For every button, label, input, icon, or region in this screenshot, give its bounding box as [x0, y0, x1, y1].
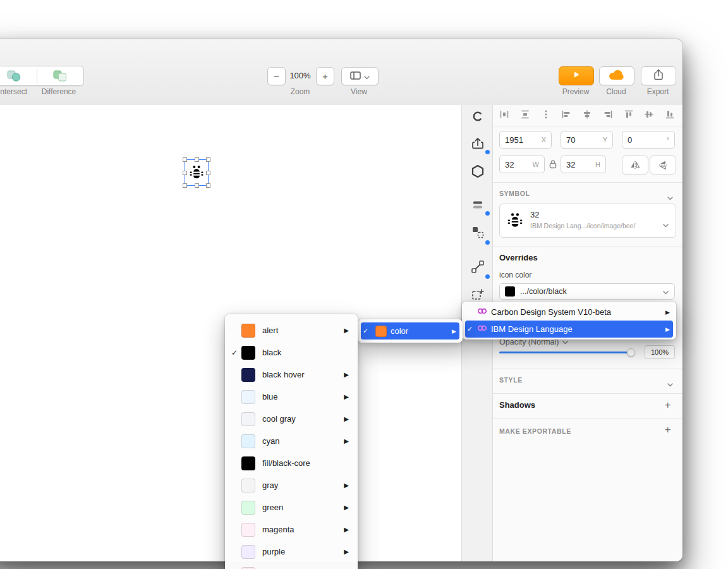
add-export-button[interactable]: +: [665, 425, 670, 435]
rotation-field[interactable]: °: [622, 131, 675, 149]
y-position-field[interactable]: Y: [561, 131, 613, 149]
menu-item-color-option[interactable]: cyan ▶: [225, 430, 358, 452]
hexagon-plugin-icon[interactable]: [462, 164, 494, 178]
menu-item-color-option[interactable]: green ▶: [225, 496, 358, 518]
height-input[interactable]: [561, 160, 595, 169]
selection-handle[interactable]: [206, 171, 210, 175]
chevron-down-icon[interactable]: [667, 378, 673, 389]
height-suffix: H: [595, 161, 605, 168]
vector-edit-icon[interactable]: [462, 259, 494, 274]
color-list-menu: alert ▶ ✓ black black hover ▶ blue ▶ coo…: [225, 314, 358, 569]
x-position-input[interactable]: [500, 135, 542, 145]
color-swatch: [241, 434, 255, 448]
align-right-icon[interactable]: [603, 109, 613, 119]
divider: [493, 247, 682, 247]
menu-item-color-option[interactable]: purple ▶: [225, 541, 358, 563]
selection-handle[interactable]: [195, 157, 199, 162]
zoom-in-button[interactable]: +: [316, 67, 334, 85]
menu-item-label: fill/black-core: [262, 458, 310, 468]
distribute-horizontal-icon[interactable]: [499, 109, 509, 119]
export-button[interactable]: [641, 66, 676, 85]
distribute-vertical-icon[interactable]: [520, 109, 530, 119]
layers-list-icon[interactable]: [462, 199, 494, 211]
menu-item-label: alert: [262, 326, 278, 335]
selection-handle[interactable]: [183, 183, 187, 188]
selection-handle[interactable]: [183, 157, 187, 162]
width-field[interactable]: W: [499, 156, 545, 173]
intersect-icon[interactable]: [6, 70, 21, 85]
menu-item-label: gray: [262, 480, 278, 490]
color-swatch: [241, 324, 255, 338]
play-icon: [572, 70, 581, 82]
overrides-title: Overrides: [499, 253, 538, 262]
width-input[interactable]: [500, 160, 533, 169]
menu-item-color-option[interactable]: ✓ black: [225, 341, 358, 364]
align-center-horizontal-icon[interactable]: [582, 109, 592, 119]
swap-symbol-icon[interactable]: [462, 224, 494, 240]
selection-box[interactable]: [185, 159, 209, 186]
menu-item-label: purple: [262, 547, 285, 556]
menu-item-color-option[interactable]: [225, 563, 358, 569]
selection-handle[interactable]: [195, 183, 199, 188]
menu-item-color-option[interactable]: gray ▶: [225, 474, 358, 496]
align-left-icon[interactable]: [561, 109, 571, 119]
divider: [493, 393, 682, 394]
opacity-slider-knob[interactable]: [627, 348, 635, 357]
menu-item-color-option[interactable]: cool gray ▶: [225, 408, 358, 430]
menu-item-ibm-design-language[interactable]: ✓ IBM Design Language ▶: [465, 321, 673, 338]
align-bottom-icon[interactable]: [665, 109, 675, 119]
menu-item-color-option[interactable]: blue ▶: [225, 386, 358, 408]
alignment-toolbar: [499, 108, 675, 121]
opacity-slider-track[interactable]: [499, 352, 633, 353]
notification-dot: [485, 274, 490, 279]
align-middle-icon[interactable]: [644, 109, 654, 119]
lock-ratio-icon[interactable]: [549, 159, 557, 171]
submenu-arrow-icon: ▶: [344, 482, 349, 489]
cloud-button[interactable]: [599, 66, 634, 85]
menu-item-color-option[interactable]: magenta ▶: [225, 518, 358, 541]
components-icon[interactable]: [462, 110, 494, 123]
view-panels-icon: [350, 71, 361, 82]
icon-color-dropdown[interactable]: .../color/black: [499, 283, 675, 300]
tidy-icon[interactable]: [541, 109, 551, 119]
y-position-input[interactable]: [561, 135, 603, 145]
x-position-field[interactable]: X: [499, 131, 552, 149]
checkmark: ✓: [467, 325, 477, 333]
flip-vertical-button[interactable]: [650, 156, 676, 174]
toolbar: Intersect Difference − 100% + Zoom View …: [0, 39, 682, 106]
bee-icon[interactable]: [188, 164, 205, 183]
menu-item-color-option[interactable]: fill/black-core: [225, 452, 358, 474]
selection-handle[interactable]: [183, 171, 187, 175]
chevron-down-icon: [364, 71, 370, 82]
menu-item-carbon[interactable]: Carbon Design System V10-beta ▶: [462, 303, 676, 321]
opacity-value-field[interactable]: 100%: [645, 345, 675, 359]
selection-handle[interactable]: [206, 157, 210, 162]
menu-item-color-option[interactable]: black hover ▶: [225, 364, 358, 386]
menu-item-label: blue: [262, 392, 278, 401]
color-swatch: [505, 286, 515, 297]
flip-horizontal-button[interactable]: [622, 156, 648, 174]
symbol-section-header: SYMBOL: [499, 190, 530, 197]
menu-item-color[interactable]: ✓ color ▶: [361, 322, 459, 340]
symbol-selector[interactable]: 32 IBM Design Lang.../icon/image/bee/: [499, 204, 676, 238]
add-shadow-button[interactable]: +: [665, 400, 670, 410]
menu-item-label: Carbon Design System V10-beta: [491, 307, 611, 317]
color-swatch: [241, 545, 255, 559]
rotation-input[interactable]: [622, 135, 667, 145]
submenu-arrow-icon: ▶: [344, 393, 349, 400]
view-button[interactable]: [341, 67, 379, 85]
height-field[interactable]: H: [561, 156, 606, 173]
boolean-ops-group: [0, 66, 84, 86]
submenu-arrow-icon: ▶: [344, 526, 349, 533]
selection-handle[interactable]: [206, 183, 210, 188]
align-top-icon[interactable]: [624, 109, 634, 119]
chevron-down-icon[interactable]: [667, 192, 673, 203]
color-swatch: [241, 523, 255, 537]
upload-share-icon[interactable]: [462, 136, 494, 151]
difference-icon[interactable]: [52, 70, 68, 85]
menu-item-color-option[interactable]: alert ▶: [225, 319, 358, 341]
preview-button[interactable]: [559, 66, 594, 85]
zoom-out-button[interactable]: −: [267, 67, 286, 85]
icon-color-value: .../color/black: [520, 287, 567, 296]
add-frame-icon[interactable]: [462, 288, 494, 302]
